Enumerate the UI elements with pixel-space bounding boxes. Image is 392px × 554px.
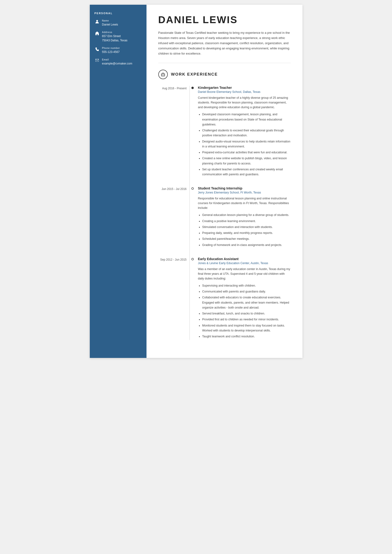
list-item: Provided first aid to children as needed… xyxy=(202,317,291,322)
phone-icon xyxy=(95,47,100,51)
phone-label: Phone number xyxy=(102,47,120,49)
list-item: Scheduled parent/teacher meetings. xyxy=(202,236,291,242)
briefcase-icon xyxy=(158,70,168,79)
list-item: Collaborated with educators to create ed… xyxy=(202,295,291,310)
timeline-dot xyxy=(191,187,194,190)
svg-rect-1 xyxy=(95,59,99,62)
work-experience-title: WORK EXPERIENCE xyxy=(171,72,218,77)
list-item: Grading of homework and in-class assignm… xyxy=(202,243,291,248)
entry-description: Responsible for educational lesson plann… xyxy=(198,196,291,210)
list-item: Stimulated conversation and interaction … xyxy=(202,225,291,230)
list-item: Supervising and interacting with childre… xyxy=(202,283,291,288)
svg-point-0 xyxy=(96,20,98,22)
email-value: example@cvmaker.com xyxy=(102,62,132,66)
sidebar-address-item: Address 657 Elm Street 75043 Dallas, Tex… xyxy=(95,31,142,42)
list-item: Set up student teacher conferences and c… xyxy=(202,167,291,177)
address-line2: 75043 Dallas, Texas xyxy=(102,38,128,42)
entry-company: Daniel Boone Elementary School, Dallas, … xyxy=(198,90,291,94)
entry-content: Student Teaching Internship Jerry Jones … xyxy=(198,187,291,249)
entry-description: Current kindergarten teacher of a highly… xyxy=(198,96,291,110)
list-item: Challenged students to exceed their educ… xyxy=(202,128,291,138)
resume-container: PERSONAL Name Daniel Lewis Address xyxy=(90,5,302,358)
entry-bullets: Developed classroom management, lesson p… xyxy=(198,112,291,177)
email-icon xyxy=(95,59,100,62)
page-title: DANIEL LEWIS xyxy=(158,14,291,26)
table-row: Aug 2016 - Present Kindergarten Teacher … xyxy=(158,86,291,178)
address-line1: 657 Elm Street xyxy=(102,34,128,38)
entry-date: Aug 2016 - Present xyxy=(158,86,191,178)
entry-description: Was a member of an early education cente… xyxy=(198,267,291,281)
name-label: Name xyxy=(102,19,118,22)
entry-title: Student Teaching Internship xyxy=(198,187,291,190)
entry-company: Jones & Levine Early Education Center, A… xyxy=(198,262,291,265)
divider xyxy=(158,63,291,63)
experience-list: Aug 2016 - Present Kindergarten Teacher … xyxy=(158,86,291,340)
list-item: Created a new online website to publish … xyxy=(202,156,291,166)
table-row: Jun 2015 - Jul 2016 Student Teaching Int… xyxy=(158,187,291,249)
entry-content: Kindergarten Teacher Daniel Boone Elemen… xyxy=(198,86,291,178)
main-content: DANIEL LEWIS Passionate State of Texas C… xyxy=(147,5,302,358)
table-row: Sep 2012 - Jun 2015 Early Education Assi… xyxy=(158,257,291,340)
sidebar-section-title: PERSONAL xyxy=(95,12,142,15)
address-label: Address xyxy=(102,31,128,34)
list-item: Taught teamwork and conflict resolution. xyxy=(202,334,291,339)
entry-company: Jerry Jones Elementary School, Ft Worth,… xyxy=(198,191,291,194)
sidebar-phone-item: Phone number 555-123-4567 xyxy=(95,47,142,54)
list-item: Prepared extra-curricular activities tha… xyxy=(202,150,291,155)
list-item: Designed audio-visual resources to help … xyxy=(202,139,291,149)
entry-bullets: Supervising and interacting with childre… xyxy=(198,283,291,339)
email-label: Email xyxy=(102,58,132,61)
work-experience-header: WORK EXPERIENCE xyxy=(158,70,291,79)
home-icon xyxy=(95,31,100,35)
list-item: Preparing daily, weekly, and monthly pro… xyxy=(202,231,291,235)
timeline-dot xyxy=(191,258,194,260)
sidebar: PERSONAL Name Daniel Lewis Address xyxy=(90,5,147,358)
entry-date: Jun 2015 - Jul 2016 xyxy=(158,187,191,249)
list-item: Monitored students and inspired them to … xyxy=(202,323,291,333)
list-item: Creating a positive learning environment… xyxy=(202,219,291,224)
entry-date: Sep 2012 - Jun 2015 xyxy=(158,257,191,340)
list-item: Served breakfast, lunch, and snacks to c… xyxy=(202,311,291,316)
phone-value: 555-123-4567 xyxy=(102,50,120,54)
list-item: Communicated with parents and guardians … xyxy=(202,289,291,294)
name-value: Daniel Lewis xyxy=(102,22,118,27)
timeline-dot xyxy=(191,87,194,89)
entry-title: Early Education Assistant xyxy=(198,257,291,261)
summary-text: Passionate State of Texas Certified teac… xyxy=(158,30,291,56)
person-icon xyxy=(95,20,100,24)
entry-content: Early Education Assistant Jones & Levine… xyxy=(198,257,291,340)
list-item: General education lesson planning for a … xyxy=(202,213,291,218)
list-item: Developed classroom management, lesson p… xyxy=(202,112,291,127)
sidebar-email-item: Email example@cvmaker.com xyxy=(95,58,142,66)
entry-bullets: General education lesson planning for a … xyxy=(198,213,291,248)
sidebar-name-item: Name Daniel Lewis xyxy=(95,19,142,27)
entry-title: Kindergarten Teacher xyxy=(198,86,291,90)
